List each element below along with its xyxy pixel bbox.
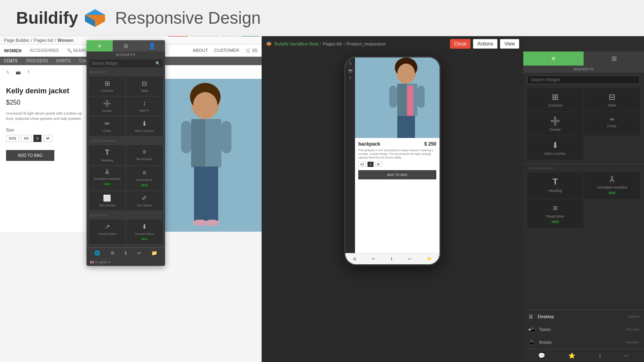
right-panel-tabs: ≡ ⊞ [523,51,644,66]
bottom-icon-undo[interactable]: ↩ [624,352,629,359]
right-widget-html[interactable]: ✏ HTML [584,112,640,136]
size-xs[interactable]: XS [21,135,31,142]
bottom-icon-info[interactable]: ℹ [599,352,601,359]
twitter-icon[interactable]: 𝕏 [4,68,11,76]
widget-menu-anchor[interactable]: ⬇ Menu Anchor [126,117,163,136]
svg-point-24 [397,64,415,84]
sub-nav-trousers[interactable]: TROUSERS [26,59,48,63]
widget-html[interactable]: ✏ HTML [89,117,126,136]
svg-rect-15 [221,121,231,153]
widget-search-input[interactable] [91,61,155,66]
right-tab-grid[interactable]: ⊞ [584,51,644,66]
widget-search-box[interactable]: 🔍 [89,60,163,67]
widget-bottom-icon-4[interactable]: ↩ [137,250,141,256]
widget-heading[interactable]: T Heading [89,145,126,165]
nav-women[interactable]: WOMEN [4,48,21,53]
right-tab-list[interactable]: ≡ [523,51,584,66]
right-search-input[interactable] [527,75,640,84]
phone-twitter-icon[interactable]: 𝕏 [349,62,352,66]
widget-grid-typography: T Heading ≡ Blockquote Ã Animated Headli… [87,144,165,212]
widget-search-icon: 🔍 [155,61,160,66]
phone-instagram-icon[interactable]: 📷 [348,69,353,73]
widget-tab-grid[interactable]: ⊞ [113,40,139,51]
phone-facebook-icon[interactable]: f [350,76,351,80]
widget-text-editor[interactable]: ✐ Text Editor [126,191,163,210]
right-widget-divider[interactable]: ➕ Divider [527,112,583,136]
bottom-icon-chat[interactable]: 💬 [538,352,545,359]
phone-bottom-info[interactable]: ℹ [391,257,392,261]
device-mobile[interactable]: 📱 Mobile Preview [523,336,644,349]
instagram-icon[interactable]: 📷 [14,68,22,76]
widget-read-more[interactable]: ≡ Read More NEW [126,166,163,190]
widget-text-divider[interactable]: ⬜ Text Divider [89,191,126,210]
widget-columns[interactable]: ⊞ Columns [89,76,126,96]
left-panel-toolbar: Close Actions ▾ View Save [166,36,262,37]
breadcrumb-pagebuilder[interactable]: Page Builder [4,38,29,43]
size-xxs[interactable]: XXS [6,135,19,142]
nav-cart[interactable]: 🛒 (0) [246,48,258,53]
widget-bottom-icon-5[interactable]: 📁 [151,250,157,256]
widget-animated-headline[interactable]: Ã Animated Headline NEW [89,166,126,190]
widget-divider[interactable]: ➕ Divider [89,97,126,116]
left-save-button[interactable]: Save [241,36,260,37]
right-widget-table[interactable]: ⊟ Table [584,88,640,111]
widget-bottom-icon-1[interactable]: 🌐 [94,250,100,256]
size-m[interactable]: M [43,135,52,142]
widget-social-share[interactable]: ↗ Social Share [89,220,126,244]
right-widget-readmore[interactable]: ≡ Read More NEW [527,200,583,228]
center-view-button[interactable]: View [500,39,519,49]
left-view-button[interactable]: View [220,36,239,37]
text-editor-icon: ✐ [142,194,147,202]
right-widget-animatedheadline[interactable]: Ã Animated Headline NEW [584,173,640,199]
phone-size-xs[interactable]: XS [358,162,366,167]
widget-table[interactable]: ⊟ Table [126,76,163,96]
right-widget-menuanchor[interactable]: ⬇ Menu Anchor [527,136,583,160]
phone-size-s[interactable]: S [367,162,374,167]
widget-blockquote[interactable]: ≡ Blockquote [126,145,163,165]
left-actions-button[interactable]: Actions ▾ [190,36,219,37]
nav-about[interactable]: ABOUT [193,48,208,53]
phone-add-to-bag-button[interactable]: ADD TO BAG [358,170,436,179]
center-close-button[interactable]: Close [450,39,471,49]
center-breadcrumb-sandbox[interactable]: Buildify SandBox Beta [275,41,318,46]
nav-accessories[interactable]: ACCESSORIES [29,48,59,53]
breadcrumb-pageslist[interactable]: Pages list [34,38,53,43]
phone-bottom-home[interactable]: ⊞ [353,257,356,261]
center-breadcrumb-pages[interactable]: Pages list [323,41,342,46]
widget-bottom-icon-3[interactable]: ℹ [125,250,127,256]
divider-icon: ➕ [103,100,111,107]
left-close-button[interactable]: Close [168,36,188,37]
phone-product-price: $ 250 [424,141,436,147]
size-s[interactable]: S [33,135,41,142]
phone-bottom-back[interactable]: ↩ [408,257,411,261]
widget-bottom-icon-2[interactable]: ⚙ [110,250,115,256]
widget-tab-list[interactable]: ≡ [87,40,113,51]
widget-spacer[interactable]: ↕ Spacer [126,97,163,116]
right-widget-heading[interactable]: T Heading [527,173,583,199]
right-html-icon: ✏ [610,116,615,123]
tablet-icon: 📲 [528,326,535,333]
add-to-bag-button[interactable]: ADD TO BAG [6,150,54,161]
phone-bottom-edit[interactable]: ✏ [372,257,375,261]
center-toolbar: Close Actions View [450,39,519,49]
svg-marker-20 [266,43,271,46]
logo-text: Buildify [16,8,78,28]
nav-customer[interactable]: CUSTOMER [214,48,239,53]
sub-nav-shirts[interactable]: SHIRTS [56,59,71,63]
right-readmore-icon: ≡ [553,204,558,213]
device-desktop[interactable]: 🖥 Desktop Default [523,310,644,323]
device-tablet[interactable]: 📲 Tablet Preview [523,323,644,336]
center-actions-button[interactable]: Actions [473,39,497,49]
facebook-icon[interactable]: f [25,68,32,76]
animated-headline-icon: Ã [105,169,109,175]
bottom-icon-star[interactable]: ⭐ [568,352,575,359]
widget-social-follow[interactable]: ⬇ Social Follow NEW [126,220,163,244]
widget-tab-person[interactable]: 👤 [139,40,165,51]
right-panel: ≡ ⊞ WIDGETS ⊞ Columns ⊟ Table ➕ Divider … [523,36,644,362]
right-widget-columns[interactable]: ⊞ Columns [527,88,583,111]
widget-panel-tabs: ≡ ⊞ 👤 [87,40,165,51]
phone-size-m[interactable]: M [375,162,382,167]
language-selector[interactable]: 🇬🇧 English ▾ [90,260,110,264]
sub-nav-coats[interactable]: COATS [4,59,18,63]
phone-bottom-folder[interactable]: 📁 [427,257,432,261]
